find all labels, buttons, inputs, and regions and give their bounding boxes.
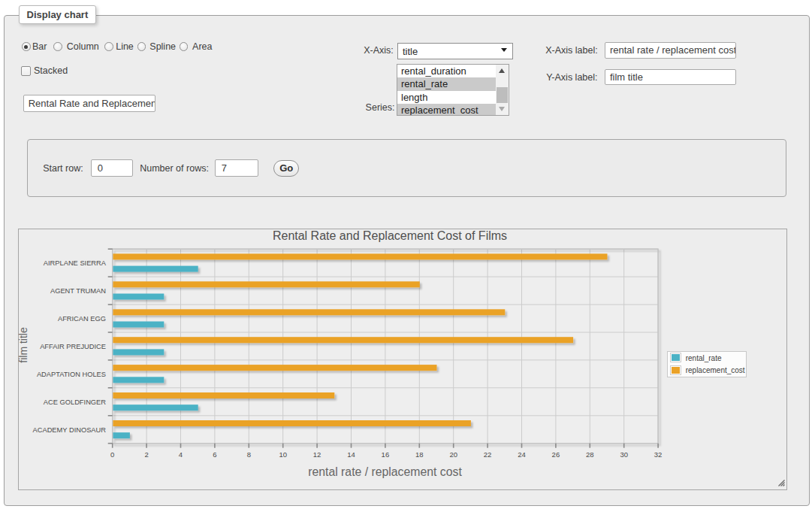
- svg-text:AIRPLANE SIERRA: AIRPLANE SIERRA: [44, 259, 107, 267]
- svg-text:14: 14: [347, 450, 355, 459]
- svg-text:2: 2: [144, 450, 148, 459]
- svg-text:18: 18: [415, 450, 424, 459]
- svg-text:20: 20: [449, 450, 457, 459]
- svg-text:12: 12: [313, 450, 321, 459]
- svg-text:26: 26: [552, 450, 560, 459]
- svg-text:24: 24: [518, 450, 526, 459]
- svg-text:AGENT TRUMAN: AGENT TRUMAN: [50, 287, 106, 295]
- svg-text:30: 30: [620, 450, 628, 459]
- svg-text:16: 16: [382, 450, 390, 459]
- svg-text:AFFAIR PREJUDICE: AFFAIR PREJUDICE: [40, 343, 106, 350]
- svg-text:6: 6: [213, 450, 216, 459]
- svg-text:4: 4: [179, 450, 183, 459]
- svg-text:AFRICAN EGG: AFRICAN EGG: [58, 315, 106, 323]
- svg-text:0: 0: [110, 450, 114, 459]
- svg-text:8: 8: [247, 450, 251, 459]
- svg-text:10: 10: [279, 450, 287, 459]
- svg-text:rental rate / replacement cost: rental rate / replacement cost: [308, 465, 462, 478]
- svg-text:film title: film title: [17, 327, 29, 363]
- svg-text:ADAPTATION HOLES: ADAPTATION HOLES: [37, 371, 106, 378]
- svg-text:ACE GOLDFINGER: ACE GOLDFINGER: [44, 398, 106, 406]
- svg-text:32: 32: [654, 450, 663, 459]
- svg-text:22: 22: [484, 450, 492, 459]
- svg-text:Rental Rate and Replacement Co: Rental Rate and Replacement Cost of Film…: [273, 229, 507, 242]
- svg-text:28: 28: [586, 450, 594, 459]
- svg-text:ACADEMY DINOSAUR: ACADEMY DINOSAUR: [33, 426, 107, 434]
